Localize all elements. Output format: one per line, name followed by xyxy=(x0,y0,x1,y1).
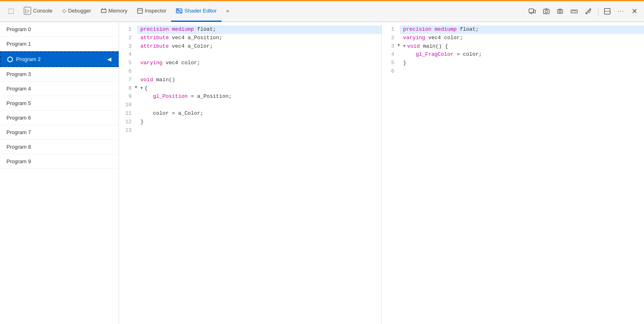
line-number: 6 xyxy=(119,67,134,76)
fragment-line-numbers: 123456 xyxy=(382,22,400,324)
line-number: 7 xyxy=(119,76,134,84)
more-tabs-button[interactable]: » xyxy=(222,1,234,22)
more-tabs-label: » xyxy=(226,8,229,14)
line-number: 9 xyxy=(119,93,134,101)
vertex-code-content[interactable]: precision mediump float;attribute vec4 a… xyxy=(137,22,381,324)
svg-rect-13 xyxy=(571,10,577,13)
line-number: 10 xyxy=(119,101,134,109)
code-line xyxy=(137,101,381,109)
vertex-shader-pane: 12345678910111213 precision mediump floa… xyxy=(119,22,382,324)
more-options-button[interactable]: ··· xyxy=(615,1,627,22)
code-line: attribute vec4 a_Color; xyxy=(137,42,381,51)
sidebar-item-label: Program 4 xyxy=(6,86,31,92)
measure-button[interactable] xyxy=(582,1,596,22)
tab-debugger[interactable]: ◇ Debugger xyxy=(57,1,96,22)
shader-editor-icon xyxy=(176,8,182,14)
toolbar-tabs: ⬚ ▷ Console ◇ Debugger Memory xyxy=(3,1,525,22)
sidebar-item-program-3[interactable]: Program 3 xyxy=(0,67,119,82)
sidebar-item-program-8[interactable]: Program 8 xyxy=(0,140,119,154)
line-number: 8 xyxy=(119,84,134,93)
svg-rect-0 xyxy=(101,9,106,13)
tab-memory[interactable]: Memory xyxy=(96,1,132,22)
sidebar-item-program-0[interactable]: Program 0 xyxy=(0,22,119,37)
line-number: 2 xyxy=(119,34,134,42)
sidebar-selected-arrow: ◀ xyxy=(107,56,111,62)
pointer-icon: ⬚ xyxy=(8,7,14,15)
camera-icon xyxy=(557,8,563,15)
close-button[interactable]: ✕ xyxy=(628,1,641,22)
code-line: precision mediump float; xyxy=(400,25,644,34)
code-line xyxy=(137,50,381,59)
sidebar-item-label: Program 9 xyxy=(6,158,31,164)
code-line: void main() xyxy=(137,76,381,84)
line-number: 12 xyxy=(119,118,134,126)
inspector-label: Inspector xyxy=(145,8,166,14)
camera-button[interactable] xyxy=(554,1,567,22)
sidebar-item-program-1[interactable]: Program 1 xyxy=(0,37,119,51)
toolbar-separator xyxy=(598,7,598,15)
line-number: 4 xyxy=(382,50,397,59)
inspector-icon xyxy=(137,8,143,14)
memory-label: Memory xyxy=(109,8,128,14)
close-icon: ✕ xyxy=(631,7,638,16)
fragment-shader-pane: 123456 precision mediump float;varying v… xyxy=(382,22,644,324)
measure-icon xyxy=(585,8,592,15)
fold-arrow-icon[interactable]: ▼ xyxy=(403,43,406,50)
line-number: 1 xyxy=(119,25,134,34)
shader-editor-label: Shader Editor xyxy=(184,8,217,14)
sidebar-item-label: Program 2 xyxy=(16,56,41,62)
sidebar-item-program-9[interactable]: Program 9 xyxy=(0,154,119,169)
code-line: varying vec4 color; xyxy=(137,59,381,67)
dock-icon xyxy=(604,8,611,15)
sidebar-item-label: Program 5 xyxy=(6,100,31,106)
responsive-design-button[interactable] xyxy=(525,1,539,22)
fragment-code-content[interactable]: precision mediump float;varying vec4 col… xyxy=(400,22,644,324)
sidebar-item-label: Program 0 xyxy=(6,26,31,32)
fold-arrow-icon[interactable]: ▼ xyxy=(140,85,143,92)
code-line: gl_Position = a_Position; xyxy=(137,93,381,101)
line-number: 3 xyxy=(382,42,397,51)
code-line: ▼{ xyxy=(137,84,381,93)
code-line: } xyxy=(137,118,381,126)
code-line xyxy=(137,126,381,135)
line-number: 6 xyxy=(382,67,397,76)
svg-rect-8 xyxy=(544,9,549,14)
program-list: Program 0Program 1Program 2◀Program 3Pro… xyxy=(0,22,119,324)
svg-point-9 xyxy=(545,11,548,13)
line-number: 2 xyxy=(382,34,397,42)
console-label: Console xyxy=(33,8,52,14)
sidebar-item-label: Program 3 xyxy=(6,71,31,77)
line-number: 5 xyxy=(119,59,134,67)
line-number: 3 xyxy=(119,42,134,51)
tab-console[interactable]: ▷ Console xyxy=(19,1,57,22)
svg-rect-6 xyxy=(529,9,533,13)
line-number: 5 xyxy=(382,59,397,67)
debugger-icon: ◇ xyxy=(62,8,66,14)
line-number: 4 xyxy=(119,50,134,59)
sidebar-item-label: Program 8 xyxy=(6,144,31,150)
svg-rect-7 xyxy=(533,10,535,13)
svg-line-5 xyxy=(176,8,182,13)
screenshot-icon xyxy=(543,8,550,15)
sidebar-item-program-5[interactable]: Program 5 xyxy=(0,96,119,111)
code-line: color = a_Color; xyxy=(137,109,381,118)
line-number: 13 xyxy=(119,126,134,135)
code-line xyxy=(400,67,644,76)
code-line xyxy=(137,67,381,76)
tab-shader-editor[interactable]: Shader Editor xyxy=(171,1,222,22)
line-number: 1 xyxy=(382,25,397,34)
screenshot-button[interactable] xyxy=(540,1,553,22)
more-options-icon: ··· xyxy=(618,8,624,15)
sidebar-item-program-7[interactable]: Program 7 xyxy=(0,125,119,140)
toolbar-right-icons: ··· ✕ xyxy=(525,1,641,22)
pointer-tool-button[interactable]: ⬚ xyxy=(3,1,19,22)
sidebar-item-program-2[interactable]: Program 2◀ xyxy=(0,51,119,67)
console-icon: ▷ xyxy=(24,7,31,15)
dock-button[interactable] xyxy=(601,1,614,22)
tab-inspector[interactable]: Inspector xyxy=(132,1,171,22)
svg-rect-3 xyxy=(138,8,142,13)
sidebar-item-program-4[interactable]: Program 4 xyxy=(0,82,119,96)
ruler-button[interactable] xyxy=(567,1,581,22)
code-line: ▼void main() { xyxy=(400,42,644,51)
sidebar-item-program-6[interactable]: Program 6 xyxy=(0,111,119,125)
